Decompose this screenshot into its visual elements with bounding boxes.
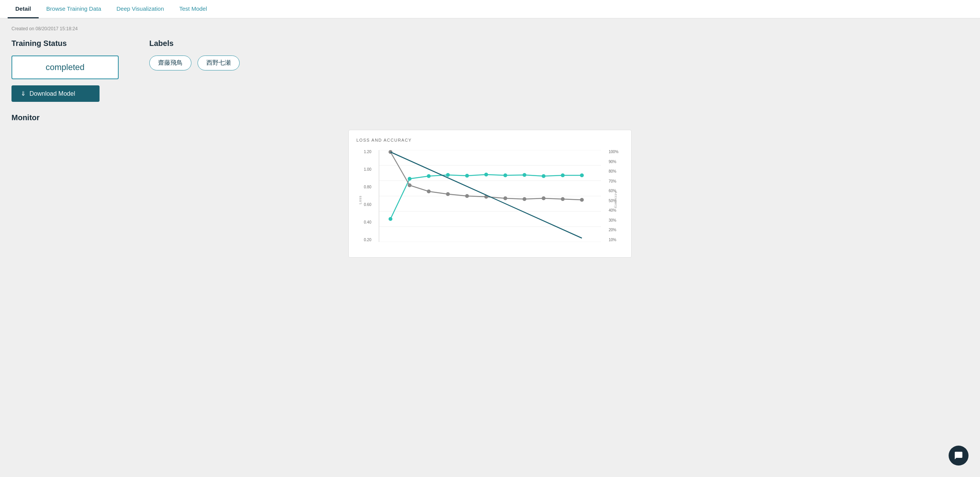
svg-point-27 xyxy=(542,196,546,200)
svg-point-19 xyxy=(389,150,392,154)
y-right-label-9: 10% xyxy=(609,238,616,242)
svg-point-22 xyxy=(446,192,450,196)
svg-point-8 xyxy=(389,217,392,221)
tab-deep-vis[interactable]: Deep Visualization xyxy=(109,0,172,18)
svg-point-23 xyxy=(465,194,469,198)
content-area: Created on 08/20/2017 15:18:24 Training … xyxy=(0,18,980,265)
chart-area: 1.20 1.00 0.80 0.60 0.40 0.20 Loss xyxy=(353,146,627,253)
y-left-label-1: 1.00 xyxy=(364,168,371,172)
tabs-bar: Detail Browse Training Data Deep Visuali… xyxy=(0,0,980,18)
chart-title: LOSS AND ACCURACY xyxy=(353,138,627,142)
labels-title: Labels xyxy=(149,39,969,48)
svg-point-25 xyxy=(503,196,507,200)
tab-browse-training[interactable]: Browse Training Data xyxy=(39,0,109,18)
label-badge-0: 齋藤飛鳥 xyxy=(149,56,191,70)
svg-point-18 xyxy=(580,173,584,177)
svg-point-14 xyxy=(503,173,507,177)
y-left-label-2: 0.80 xyxy=(364,185,371,189)
y-right-label-0: 100% xyxy=(609,150,619,154)
svg-point-26 xyxy=(523,197,526,201)
download-button-label: Download Model xyxy=(29,90,75,97)
y-axis-left: 1.20 1.00 0.80 0.60 0.40 0.20 xyxy=(353,150,374,242)
svg-point-29 xyxy=(580,198,584,202)
svg-point-28 xyxy=(561,197,565,201)
svg-point-17 xyxy=(561,173,565,177)
svg-point-11 xyxy=(446,173,450,177)
y-left-label-5: 0.20 xyxy=(364,238,371,242)
svg-point-13 xyxy=(484,173,488,176)
training-status-section: Training Status completed ⇓ Download Mod… xyxy=(11,39,134,102)
y-left-label-3: 0.60 xyxy=(364,203,371,207)
y-left-label-4: 0.40 xyxy=(364,221,371,224)
axis-title-right: Accuracy xyxy=(614,191,617,208)
tab-test-model[interactable]: Test Model xyxy=(172,0,215,18)
training-status-box: completed xyxy=(11,56,119,79)
chat-bubble-button[interactable] xyxy=(949,446,969,466)
svg-point-15 xyxy=(523,173,526,177)
svg-point-20 xyxy=(408,183,412,187)
created-label: Created on 08/20/2017 15:18:24 xyxy=(11,26,969,31)
monitor-section: Monitor LOSS AND ACCURACY 1.20 1.00 0.80… xyxy=(11,113,969,258)
chart-svg xyxy=(376,150,604,242)
svg-point-21 xyxy=(427,189,431,193)
tab-detail[interactable]: Detail xyxy=(8,0,39,18)
y-left-label-0: 1.20 xyxy=(364,150,371,154)
svg-point-9 xyxy=(408,177,412,181)
svg-point-16 xyxy=(542,174,546,178)
axis-title-left: Loss xyxy=(358,195,362,204)
y-right-label-1: 90% xyxy=(609,160,616,164)
download-model-button[interactable]: ⇓ Download Model xyxy=(11,85,100,102)
training-status-title: Training Status xyxy=(11,39,134,48)
label-badge-1: 西野七瀬 xyxy=(198,56,240,70)
chat-icon xyxy=(954,451,963,460)
download-icon: ⇓ xyxy=(21,90,26,97)
y-right-label-2: 80% xyxy=(609,170,616,173)
y-right-label-8: 20% xyxy=(609,228,616,232)
two-col-layout: Training Status completed ⇓ Download Mod… xyxy=(11,39,969,102)
labels-section: Labels 齋藤飛鳥 西野七瀬 xyxy=(149,39,969,102)
page-container: Detail Browse Training Data Deep Visuali… xyxy=(0,0,980,477)
svg-point-10 xyxy=(427,174,431,178)
y-right-label-7: 30% xyxy=(609,219,616,222)
labels-list: 齋藤飛鳥 西野七瀬 xyxy=(149,56,969,70)
monitor-title: Monitor xyxy=(11,113,969,122)
svg-point-12 xyxy=(465,174,469,178)
y-right-label-6: 40% xyxy=(609,209,616,212)
y-right-label-3: 70% xyxy=(609,180,616,183)
chart-container: LOSS AND ACCURACY 1.20 1.00 0.80 0.60 0.… xyxy=(348,130,632,258)
